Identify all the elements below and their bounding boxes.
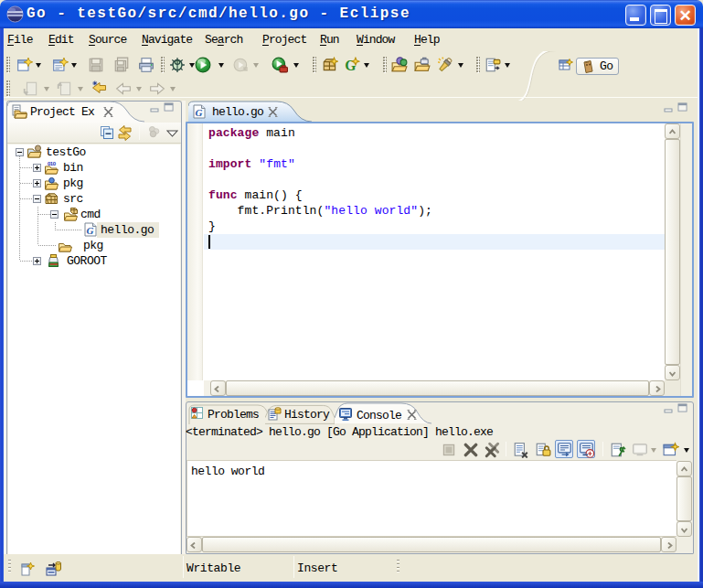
svg-text:G: G [87, 225, 94, 236]
svg-text:010: 010 [48, 161, 57, 166]
svg-text:G: G [196, 107, 203, 118]
